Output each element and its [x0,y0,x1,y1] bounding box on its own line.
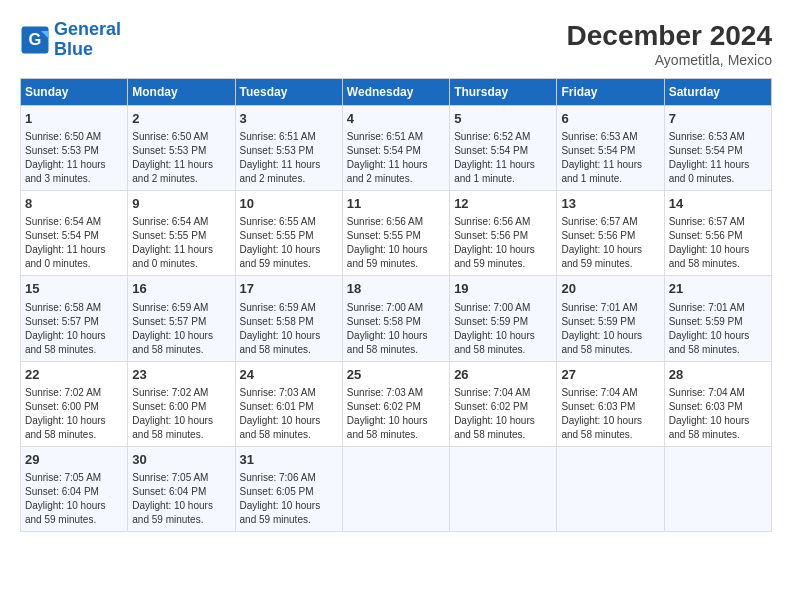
day-info: Sunrise: 6:50 AMSunset: 5:53 PMDaylight:… [132,130,230,186]
day-info: Sunrise: 6:51 AMSunset: 5:53 PMDaylight:… [240,130,338,186]
day-number: 11 [347,195,445,213]
day-number: 19 [454,280,552,298]
day-number: 9 [132,195,230,213]
day-info: Sunrise: 7:03 AMSunset: 6:02 PMDaylight:… [347,386,445,442]
day-info: Sunrise: 6:52 AMSunset: 5:54 PMDaylight:… [454,130,552,186]
day-info: Sunrise: 7:04 AMSunset: 6:03 PMDaylight:… [561,386,659,442]
day-number: 24 [240,366,338,384]
day-number: 30 [132,451,230,469]
calendar-cell: 31Sunrise: 7:06 AMSunset: 6:05 PMDayligh… [235,446,342,531]
col-header-friday: Friday [557,79,664,106]
calendar-cell [342,446,449,531]
day-info: Sunrise: 7:01 AMSunset: 5:59 PMDaylight:… [669,301,767,357]
calendar-cell: 5Sunrise: 6:52 AMSunset: 5:54 PMDaylight… [450,106,557,191]
day-number: 21 [669,280,767,298]
logo-icon: G [20,25,50,55]
calendar-cell: 1Sunrise: 6:50 AMSunset: 5:53 PMDaylight… [21,106,128,191]
day-info: Sunrise: 6:57 AMSunset: 5:56 PMDaylight:… [669,215,767,271]
day-number: 14 [669,195,767,213]
calendar-cell: 27Sunrise: 7:04 AMSunset: 6:03 PMDayligh… [557,361,664,446]
day-info: Sunrise: 7:02 AMSunset: 6:00 PMDaylight:… [25,386,123,442]
day-number: 23 [132,366,230,384]
calendar-cell: 15Sunrise: 6:58 AMSunset: 5:57 PMDayligh… [21,276,128,361]
calendar-header-row: SundayMondayTuesdayWednesdayThursdayFrid… [21,79,772,106]
calendar-cell: 2Sunrise: 6:50 AMSunset: 5:53 PMDaylight… [128,106,235,191]
calendar-cell: 19Sunrise: 7:00 AMSunset: 5:59 PMDayligh… [450,276,557,361]
day-info: Sunrise: 7:00 AMSunset: 5:58 PMDaylight:… [347,301,445,357]
calendar-week-row: 1Sunrise: 6:50 AMSunset: 5:53 PMDaylight… [21,106,772,191]
day-number: 16 [132,280,230,298]
day-number: 20 [561,280,659,298]
day-number: 2 [132,110,230,128]
calendar-cell: 20Sunrise: 7:01 AMSunset: 5:59 PMDayligh… [557,276,664,361]
calendar-cell: 12Sunrise: 6:56 AMSunset: 5:56 PMDayligh… [450,191,557,276]
calendar-cell [664,446,771,531]
location: Ayometitla, Mexico [567,52,772,68]
day-info: Sunrise: 7:00 AMSunset: 5:59 PMDaylight:… [454,301,552,357]
day-number: 17 [240,280,338,298]
day-number: 4 [347,110,445,128]
calendar-cell [450,446,557,531]
day-number: 1 [25,110,123,128]
logo-text: General Blue [54,20,121,60]
day-number: 28 [669,366,767,384]
day-info: Sunrise: 6:53 AMSunset: 5:54 PMDaylight:… [669,130,767,186]
calendar-cell: 18Sunrise: 7:00 AMSunset: 5:58 PMDayligh… [342,276,449,361]
calendar-cell: 4Sunrise: 6:51 AMSunset: 5:54 PMDaylight… [342,106,449,191]
month-title: December 2024 [567,20,772,52]
day-number: 27 [561,366,659,384]
day-info: Sunrise: 6:55 AMSunset: 5:55 PMDaylight:… [240,215,338,271]
calendar-cell: 9Sunrise: 6:54 AMSunset: 5:55 PMDaylight… [128,191,235,276]
day-info: Sunrise: 7:06 AMSunset: 6:05 PMDaylight:… [240,471,338,527]
calendar-cell: 26Sunrise: 7:04 AMSunset: 6:02 PMDayligh… [450,361,557,446]
calendar-cell: 3Sunrise: 6:51 AMSunset: 5:53 PMDaylight… [235,106,342,191]
calendar-cell: 14Sunrise: 6:57 AMSunset: 5:56 PMDayligh… [664,191,771,276]
day-info: Sunrise: 7:04 AMSunset: 6:03 PMDaylight:… [669,386,767,442]
day-number: 7 [669,110,767,128]
day-number: 25 [347,366,445,384]
calendar-cell: 16Sunrise: 6:59 AMSunset: 5:57 PMDayligh… [128,276,235,361]
calendar-cell: 30Sunrise: 7:05 AMSunset: 6:04 PMDayligh… [128,446,235,531]
day-number: 13 [561,195,659,213]
calendar-cell: 7Sunrise: 6:53 AMSunset: 5:54 PMDaylight… [664,106,771,191]
calendar-cell: 8Sunrise: 6:54 AMSunset: 5:54 PMDaylight… [21,191,128,276]
calendar-cell: 23Sunrise: 7:02 AMSunset: 6:00 PMDayligh… [128,361,235,446]
day-info: Sunrise: 6:54 AMSunset: 5:55 PMDaylight:… [132,215,230,271]
logo-line2: Blue [54,39,93,59]
day-info: Sunrise: 6:58 AMSunset: 5:57 PMDaylight:… [25,301,123,357]
calendar-cell: 17Sunrise: 6:59 AMSunset: 5:58 PMDayligh… [235,276,342,361]
day-info: Sunrise: 6:54 AMSunset: 5:54 PMDaylight:… [25,215,123,271]
calendar-cell: 24Sunrise: 7:03 AMSunset: 6:01 PMDayligh… [235,361,342,446]
calendar-cell: 22Sunrise: 7:02 AMSunset: 6:00 PMDayligh… [21,361,128,446]
page-header: G General Blue December 2024 Ayometitla,… [20,20,772,68]
col-header-monday: Monday [128,79,235,106]
day-number: 18 [347,280,445,298]
col-header-thursday: Thursday [450,79,557,106]
col-header-wednesday: Wednesday [342,79,449,106]
calendar-cell: 21Sunrise: 7:01 AMSunset: 5:59 PMDayligh… [664,276,771,361]
calendar-cell: 10Sunrise: 6:55 AMSunset: 5:55 PMDayligh… [235,191,342,276]
calendar-cell: 25Sunrise: 7:03 AMSunset: 6:02 PMDayligh… [342,361,449,446]
day-number: 26 [454,366,552,384]
day-info: Sunrise: 6:56 AMSunset: 5:56 PMDaylight:… [454,215,552,271]
col-header-tuesday: Tuesday [235,79,342,106]
day-info: Sunrise: 7:05 AMSunset: 6:04 PMDaylight:… [25,471,123,527]
day-number: 29 [25,451,123,469]
day-number: 5 [454,110,552,128]
col-header-sunday: Sunday [21,79,128,106]
day-number: 6 [561,110,659,128]
svg-text:G: G [29,29,42,47]
calendar-week-row: 8Sunrise: 6:54 AMSunset: 5:54 PMDaylight… [21,191,772,276]
logo: G General Blue [20,20,121,60]
col-header-saturday: Saturday [664,79,771,106]
calendar-week-row: 22Sunrise: 7:02 AMSunset: 6:00 PMDayligh… [21,361,772,446]
day-number: 8 [25,195,123,213]
day-info: Sunrise: 7:04 AMSunset: 6:02 PMDaylight:… [454,386,552,442]
day-number: 31 [240,451,338,469]
calendar-week-row: 15Sunrise: 6:58 AMSunset: 5:57 PMDayligh… [21,276,772,361]
day-number: 3 [240,110,338,128]
day-number: 15 [25,280,123,298]
calendar-week-row: 29Sunrise: 7:05 AMSunset: 6:04 PMDayligh… [21,446,772,531]
calendar-cell [557,446,664,531]
calendar-cell: 29Sunrise: 7:05 AMSunset: 6:04 PMDayligh… [21,446,128,531]
